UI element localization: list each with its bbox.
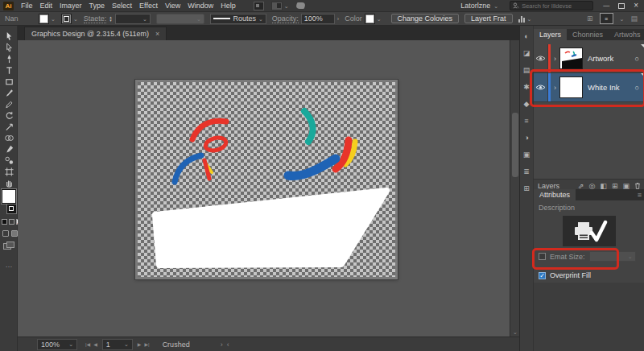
minimize-button[interactable]: —: [603, 2, 609, 9]
tab-artboards[interactable]: Artwohs: [609, 29, 644, 40]
layer-row-white-ink[interactable]: › White Ink ○: [534, 73, 644, 102]
visibility-eye-icon[interactable]: [534, 44, 548, 72]
eyedropper-tool[interactable]: [0, 143, 18, 155]
status-next-icon[interactable]: ›: [221, 341, 223, 349]
swatches-panel-icon[interactable]: ◪: [523, 49, 530, 57]
tab-layers[interactable]: Layers: [534, 29, 567, 40]
last-artboard-icon[interactable]: ▶|: [144, 341, 149, 347]
overprint-fill-checkbox[interactable]: ✓: [539, 272, 546, 279]
stroke-weight-dropdown[interactable]: ⌄: [115, 14, 151, 24]
first-artboard-icon[interactable]: |◀: [85, 341, 90, 347]
color-panel-icon[interactable]: ◐: [524, 32, 528, 40]
canvas-viewport[interactable]: [18, 40, 510, 337]
variable-width-dropdown[interactable]: ⌄: [156, 14, 204, 24]
restore-button[interactable]: [618, 3, 625, 9]
chevron-down-icon[interactable]: ⌄: [284, 3, 289, 9]
document-tab[interactable]: Graphics Design @ 2.315.4 (511em) ×: [24, 27, 167, 40]
target-circle-icon[interactable]: ○: [635, 84, 639, 92]
menu-edit[interactable]: Edit: [40, 2, 53, 10]
stroke-panel-icon[interactable]: ≡: [524, 117, 528, 125]
artwork-canvas[interactable]: [138, 82, 395, 277]
arrange-documents-button[interactable]: ≡: [600, 13, 613, 24]
swoosh-artwork[interactable]: [288, 111, 355, 176]
color-swatch[interactable]: [365, 14, 375, 24]
menu-layer[interactable]: Imayer: [60, 2, 82, 10]
menu-view[interactable]: View: [165, 2, 180, 10]
stroke-weight-label[interactable]: Staete:: [84, 14, 107, 23]
pen-tool[interactable]: [0, 53, 18, 64]
next-artboard-icon[interactable]: ▶: [138, 341, 142, 347]
vertical-scrollbar[interactable]: ⌄: [510, 40, 519, 337]
opacity-label[interactable]: Opacity:: [272, 14, 299, 23]
document-grid-icon[interactable]: ⊞: [587, 14, 593, 23]
menu-help[interactable]: Help: [221, 2, 236, 10]
brush-definition-dropdown[interactable]: Routes ⌄: [210, 14, 266, 24]
fill-color-proxy[interactable]: [2, 189, 16, 204]
type-tool[interactable]: [0, 64, 18, 76]
pages-panel-icon[interactable]: ▣: [523, 151, 530, 159]
color-mode-icon[interactable]: [2, 219, 7, 225]
status-menu-arrows[interactable]: › ‹: [221, 341, 229, 349]
change-screen-mode-icon[interactable]: [3, 243, 11, 250]
tab-close-icon[interactable]: ×: [155, 30, 159, 38]
chevron-down-icon[interactable]: ⌄: [73, 16, 78, 22]
graph-panel-icon[interactable]: ▤: [523, 66, 530, 74]
opacity-menu-arrow-icon[interactable]: ›: [337, 16, 339, 22]
search-box[interactable]: [510, 1, 593, 10]
search-input[interactable]: [522, 2, 586, 10]
layer-row-artwork[interactable]: › Artwork ○: [534, 44, 644, 73]
scrollbar-thumb[interactable]: [512, 113, 518, 177]
hand-tool[interactable]: [0, 177, 18, 188]
close-button[interactable]: ×: [634, 2, 638, 10]
gradient-panel-icon[interactable]: ◑: [524, 134, 528, 142]
email-size-dropdown[interactable]: ⌄: [589, 251, 636, 262]
chevron-down-icon[interactable]: ⌄: [620, 16, 625, 22]
layer-name[interactable]: Artwork: [588, 54, 613, 63]
stroke-color-proxy[interactable]: [6, 204, 17, 214]
expand-chevron-icon[interactable]: ›: [551, 55, 559, 63]
previous-artboard-icon[interactable]: ◀: [93, 341, 97, 347]
opacity-value-field[interactable]: 100%: [301, 14, 335, 24]
blend-tool[interactable]: [0, 155, 18, 166]
app-switcher-icon[interactable]: [254, 2, 264, 10]
layert-frat-button[interactable]: Layert Frat: [464, 14, 513, 23]
rectangle-tool[interactable]: [0, 76, 18, 87]
fill-swatch[interactable]: [39, 14, 49, 24]
layout-grid-icon[interactable]: [271, 2, 283, 10]
graph-options-icon[interactable]: [518, 15, 525, 23]
edit-toolbar-icon[interactable]: …: [0, 261, 18, 269]
artboard-transparency-grid[interactable]: [135, 80, 398, 279]
gradient-mode-icon[interactable]: [9, 219, 14, 225]
panel-menu-icon[interactable]: ≡: [638, 189, 642, 200]
layers-panel-icon[interactable]: ≣: [523, 167, 530, 176]
shape-builder-tool[interactable]: [0, 132, 18, 143]
workspace-switcher[interactable]: Latorlzne ⌄: [460, 2, 498, 10]
menu-effect[interactable]: Effect: [139, 2, 158, 10]
target-circle-icon[interactable]: ○: [635, 55, 639, 63]
status-prev-icon[interactable]: ‹: [227, 341, 229, 349]
layer-name[interactable]: White Ink: [588, 83, 620, 92]
transform-panel-icon[interactable]: ◆: [524, 100, 530, 108]
expand-chevron-icon[interactable]: ›: [551, 84, 559, 92]
menu-type[interactable]: Type: [89, 2, 105, 10]
visibility-eye-icon[interactable]: [534, 73, 548, 101]
layer-thumbnail-white-ink[interactable]: [559, 76, 583, 98]
chevron-down-icon[interactable]: ⌄: [51, 16, 56, 22]
paintbrush-tool[interactable]: [0, 87, 18, 98]
stroke-weight-stepper[interactable]: ▴ ▾: [109, 15, 112, 22]
direct-selection-tool[interactable]: [0, 42, 18, 53]
zoom-level-dropdown[interactable]: 100% ⌄: [37, 339, 77, 350]
chevron-down-icon[interactable]: ⌄: [377, 16, 382, 22]
stepper-down-icon[interactable]: ▾: [109, 19, 112, 22]
white-ink-shape[interactable]: [155, 191, 386, 265]
tab-channels[interactable]: Chonnies: [567, 29, 609, 40]
email-size-checkbox[interactable]: [539, 253, 546, 260]
draw-normal-icon[interactable]: [2, 230, 9, 237]
artboards-panel-icon[interactable]: ⊞: [523, 184, 530, 192]
artboard-tool[interactable]: [0, 166, 18, 177]
rotate-tool[interactable]: [0, 109, 18, 121]
change-colonies-button[interactable]: Change Colovies: [391, 14, 460, 23]
layer-thumbnail-artwork[interactable]: [559, 47, 583, 69]
artboard-number-dropdown[interactable]: 1 ⌄: [102, 339, 133, 350]
menu-window[interactable]: Window: [188, 2, 213, 10]
